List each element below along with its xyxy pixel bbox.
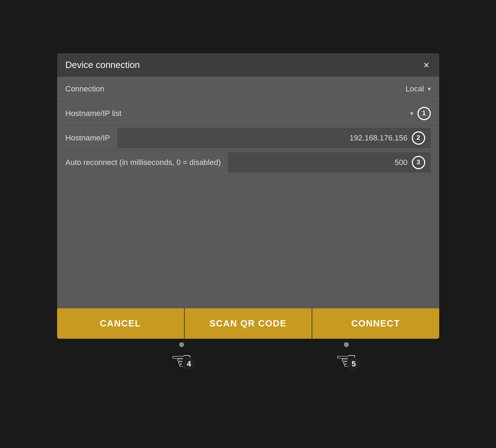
dialog-header: Device connection × [57, 53, 439, 77]
close-button[interactable]: × [422, 60, 430, 70]
ip-list-dropdown-arrow[interactable]: ▾ [410, 110, 413, 117]
hostname-ip-list-row: Hostname/IP list ▾ 1 [57, 101, 439, 126]
cursors-area: ☜ 4 ☜ 5 [57, 339, 439, 395]
empty-content-area [57, 175, 439, 308]
hostname-ip-list-label: Hostname/IP list [66, 109, 410, 118]
hostname-ip-row: Hostname/IP 2 [57, 126, 439, 150]
cursor-group-scan: ☜ 4 [170, 342, 192, 373]
auto-reconnect-input[interactable] [233, 158, 408, 167]
cancel-button[interactable]: CANCEL [57, 308, 185, 339]
ip-list-controls: ▾ 1 [410, 107, 431, 120]
hostname-ip-input-wrap[interactable]: 2 [117, 128, 431, 148]
hostname-ip-field-label: Hostname/IP [66, 133, 110, 143]
cursor-group-connect: ☜ 5 [335, 342, 357, 373]
badge-2: 2 [412, 131, 425, 145]
badge-1: 1 [417, 107, 431, 120]
auto-reconnect-input-wrap[interactable]: 3 [228, 152, 431, 173]
cursor-dot-scan [179, 342, 184, 347]
cursor-number-5: 5 [347, 358, 360, 370]
auto-reconnect-row: Auto reconnect (in milliseconds, 0 = dis… [57, 150, 439, 175]
cursor-dot-connect [344, 342, 349, 347]
connection-value: Local [406, 84, 424, 94]
connection-label: Connection [66, 84, 104, 94]
dialog-wrapper: Device connection × Connection Local ▾ H… [57, 53, 439, 395]
hostname-ip-input[interactable] [123, 133, 408, 143]
badge-3: 3 [412, 156, 425, 169]
scan-qr-button[interactable]: SCAN QR CODE [185, 308, 312, 339]
auto-reconnect-label: Auto reconnect (in milliseconds, 0 = dis… [66, 158, 221, 167]
dialog-title: Device connection [66, 60, 140, 70]
connection-row: Connection Local ▾ [57, 77, 439, 101]
cursor-number-4: 4 [183, 358, 195, 370]
connection-value-group[interactable]: Local ▾ [406, 84, 431, 94]
connect-button[interactable]: CONNECT [312, 308, 439, 339]
dialog-footer: CANCEL SCAN QR CODE CONNECT [57, 308, 439, 339]
device-connection-dialog: Device connection × Connection Local ▾ H… [57, 53, 439, 339]
connection-dropdown-arrow: ▾ [428, 85, 431, 93]
dialog-body: Connection Local ▾ Hostname/IP list ▾ 1 … [57, 77, 439, 308]
